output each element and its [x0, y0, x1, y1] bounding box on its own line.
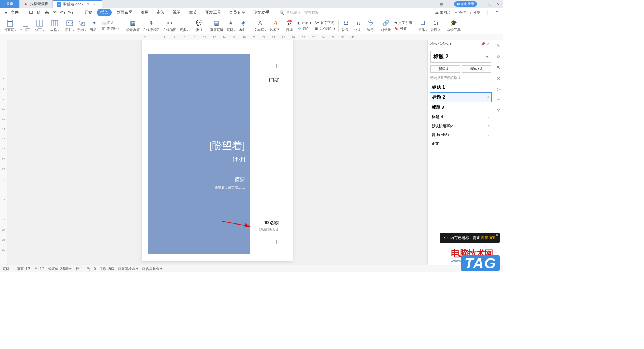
new-style-button[interactable]: 新样式...	[430, 65, 460, 73]
toast-action-link[interactable]: 深度加速	[481, 236, 496, 240]
ruler-horizontal[interactable]: 2246810121416182022242628303234363840	[0, 34, 503, 40]
menu-tab-dev[interactable]: 开发工具	[202, 9, 224, 16]
ribbon-wordart[interactable]: A艺术字	[268, 18, 283, 34]
ribbon-formula[interactable]: π公式	[353, 18, 364, 34]
panel-close-icon[interactable]: ✕	[486, 41, 491, 47]
pin-icon[interactable]: 📌	[480, 41, 486, 47]
abstract-heading[interactable]: 摘要	[153, 176, 245, 183]
side-safe-icon[interactable]: ◎	[496, 86, 502, 92]
ribbon-attach[interactable]: 📎附件	[297, 26, 309, 31]
ribbon-flow[interactable]: ⬍在线流程图	[142, 18, 161, 34]
status-column[interactable]: 列: 10	[87, 267, 96, 271]
side-select-icon[interactable]: ↖	[496, 64, 502, 70]
ribbon-watermark[interactable]: ◈水印	[237, 18, 249, 34]
ribbon-dropcap[interactable]: A≣首字下沉	[315, 21, 334, 26]
document-page[interactable]: [日期] [盼望着] [小小] 摘要 盼望着，盼望着…… [ID 名称] [日期…	[142, 40, 293, 261]
ribbon-shape[interactable]: 形状	[76, 18, 88, 34]
canvas-area[interactable]: [日期] [盼望着] [小小] 摘要 盼望着，盼望着…… [ID 名称] [日期…	[7, 40, 427, 265]
id-name-placeholder[interactable]: [ID 名称]	[264, 220, 279, 226]
preview-icon[interactable]: 👁	[51, 9, 58, 16]
ribbon-icon-btn[interactable]: ✦图标	[88, 18, 100, 34]
sync-status[interactable]: ☁未同步	[435, 10, 451, 15]
style-item[interactable]: 标题 3↲	[430, 103, 492, 112]
style-item[interactable]: 正文↲	[430, 139, 492, 148]
side-format-icon[interactable]: ✎	[496, 43, 502, 49]
ribbon-header[interactable]: ▤页眉页脚	[209, 18, 225, 34]
ribbon-teach[interactable]: 🎓教学工具	[446, 18, 462, 34]
status-line[interactable]: 行: 1	[76, 267, 83, 271]
menu-tab-review[interactable]: 审阅	[153, 9, 168, 16]
tab-templates[interactable]: ◆ 找稻壳模板	[20, 0, 53, 8]
search-command-input[interactable]: 查找命令,	[286, 10, 302, 15]
ribbon-comment[interactable]: 💬批注	[194, 18, 205, 34]
style-item[interactable]: 默认段落字体a	[430, 122, 492, 130]
ribbon-pageno[interactable]: #页码	[225, 18, 237, 34]
style-item[interactable]: 普通(网站)↲	[430, 131, 492, 139]
more-icon[interactable]: ⋮	[484, 9, 490, 16]
maximize-icon[interactable]: ▢	[486, 1, 493, 7]
status-section[interactable]: 节: 1/2	[35, 267, 44, 271]
ribbon-docpart[interactable]: ▣文档部件▾	[315, 26, 335, 31]
ribbon-smart[interactable]: ◫智能图形	[102, 26, 120, 31]
apps-icon[interactable]: ⁝⁝	[446, 1, 453, 7]
close-window-icon[interactable]: ✕	[494, 1, 501, 7]
cover-subtitle[interactable]: [小小]	[153, 157, 245, 163]
login-badge[interactable]: ◐临时登录	[454, 1, 477, 7]
side-doc-icon[interactable]: ▭	[496, 97, 502, 103]
menu-tab-view[interactable]: 视图	[169, 9, 184, 16]
file-menu[interactable]: 文件	[11, 10, 19, 15]
coop-button[interactable]: ⚭协作	[454, 10, 466, 15]
collapse-ribbon-icon[interactable]: ⌃	[494, 9, 500, 16]
status-page-number[interactable]: 页码: 1	[3, 267, 13, 271]
tab-document[interactable]: W 盼望着.docx ⟳ ·	[53, 0, 102, 8]
hamburger-icon[interactable]: ≡	[3, 9, 9, 16]
redo-icon[interactable]: ↷▾	[67, 9, 74, 16]
ribbon-window[interactable]: ☐窗体	[417, 18, 428, 34]
share-button[interactable]: ⇪分享	[469, 10, 480, 15]
save-icon[interactable]: 🖫	[27, 9, 34, 16]
tab-add-button[interactable]: +	[102, 1, 112, 7]
menu-tab-layout[interactable]: 页面布局	[113, 9, 136, 16]
style-item[interactable]: 标题 2↲	[430, 92, 492, 102]
date-placeholder[interactable]: [日期]	[269, 77, 279, 83]
tab-close-icon[interactable]: ·	[94, 2, 98, 6]
side-help-icon[interactable]: ?	[496, 107, 502, 113]
side-styles-icon[interactable]: ✐	[496, 54, 502, 60]
ribbon-picture[interactable]: 图片	[64, 18, 75, 34]
cover-title[interactable]: [盼望着]	[153, 139, 245, 153]
ribbon-symbol[interactable]: Ω符号	[340, 18, 352, 34]
status-words[interactable]: 字数: 893	[100, 267, 114, 271]
save-as-icon[interactable]: 🗎	[35, 9, 42, 16]
status-position[interactable]: 设置值: 2.5厘米	[48, 267, 71, 271]
menu-tab-thesis[interactable]: 论文助手	[250, 9, 273, 16]
ribbon-cover[interactable]: 封面页	[3, 18, 17, 34]
menu-tab-member[interactable]: 会员专享	[226, 9, 249, 16]
search-template-input[interactable]: 搜索模板	[304, 10, 319, 15]
ribbon-crossref[interactable]: ⇆交叉引用	[394, 21, 412, 26]
status-pages[interactable]: 页面: 1/3	[17, 267, 30, 271]
ribbon-chart[interactable]: 📊图表	[102, 21, 114, 26]
menu-tab-insert[interactable]: 插入	[97, 9, 112, 16]
current-style-dropdown[interactable]: 标题 2 ▾	[430, 51, 491, 63]
print-icon[interactable]: 🖶	[43, 9, 50, 16]
status-contentcheck[interactable]: ☑ 内容检查 ▾	[142, 267, 162, 271]
style-item[interactable]: 标题 1↲	[430, 83, 492, 92]
address-placeholder[interactable]: [日期及邮编地址]	[257, 227, 279, 232]
menu-tab-section[interactable]: 章节	[185, 9, 200, 16]
abstract-body[interactable]: 盼望着，盼望着……	[153, 185, 245, 190]
side-limit-icon[interactable]: ⊘	[496, 75, 502, 81]
ribbon-bookmark[interactable]: 🔖书签	[394, 26, 407, 31]
menu-tab-start[interactable]: 开始	[81, 9, 96, 16]
ribbon-number[interactable]: ㊀编号	[365, 18, 376, 34]
tab-home[interactable]: 首页	[0, 0, 20, 8]
style-item[interactable]: 标题 4↲	[430, 112, 492, 121]
ribbon-blank[interactable]: 空白页	[18, 18, 33, 34]
sync-icon[interactable]: ⟳	[87, 2, 91, 6]
ruler-vertical[interactable]: 22468101214161820222426283032343638	[0, 40, 7, 265]
toast-close-icon[interactable]: ✕	[496, 233, 498, 237]
clear-format-button[interactable]: 清除格式	[462, 65, 491, 73]
menu-tab-reference[interactable]: 引用	[137, 9, 152, 16]
undo-icon[interactable]: ↶▾	[59, 9, 66, 16]
ribbon-break[interactable]: 分页	[34, 18, 45, 34]
ribbon-mind[interactable]: ⊶在线脑图	[162, 18, 178, 34]
